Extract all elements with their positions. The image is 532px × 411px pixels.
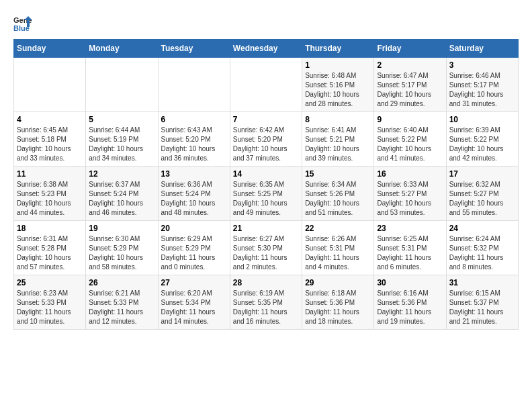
day-info: Sunrise: 6:33 AM Sunset: 5:27 PM Dayligh… [377, 180, 443, 218]
day-info: Sunrise: 6:48 AM Sunset: 5:16 PM Dayligh… [305, 71, 371, 109]
day-info: Sunrise: 6:39 AM Sunset: 5:22 PM Dayligh… [449, 126, 515, 163]
day-info: Sunrise: 6:26 AM Sunset: 5:31 PM Dayligh… [305, 234, 371, 272]
day-number: 29 [305, 278, 371, 287]
day-info: Sunrise: 6:32 AM Sunset: 5:27 PM Dayligh… [449, 180, 515, 218]
day-cell: 18Sunrise: 6:31 AM Sunset: 5:28 PM Dayli… [14, 221, 86, 275]
day-cell: 23Sunrise: 6:25 AM Sunset: 5:31 PM Dayli… [374, 221, 446, 275]
day-info: Sunrise: 6:35 AM Sunset: 5:25 PM Dayligh… [233, 180, 299, 218]
day-number: 9 [377, 115, 443, 124]
day-number: 26 [89, 278, 154, 287]
day-cell: 27Sunrise: 6:20 AM Sunset: 5:34 PM Dayli… [158, 275, 230, 330]
day-cell: 16Sunrise: 6:33 AM Sunset: 5:27 PM Dayli… [374, 167, 446, 221]
day-number: 4 [17, 115, 83, 124]
day-info: Sunrise: 6:18 AM Sunset: 5:36 PM Dayligh… [305, 289, 371, 326]
day-number: 27 [161, 278, 227, 287]
day-number: 31 [449, 278, 515, 287]
day-cell: 31Sunrise: 6:15 AM Sunset: 5:37 PM Dayli… [446, 275, 518, 330]
day-number: 23 [377, 224, 443, 233]
day-info: Sunrise: 6:19 AM Sunset: 5:35 PM Dayligh… [233, 289, 299, 326]
header-cell-wednesday: Wednesday [230, 40, 302, 58]
day-info: Sunrise: 6:16 AM Sunset: 5:36 PM Dayligh… [377, 289, 443, 326]
day-number: 24 [449, 224, 515, 233]
day-number: 10 [449, 115, 515, 124]
week-row-2: 4Sunrise: 6:45 AM Sunset: 5:18 PM Daylig… [14, 112, 519, 167]
week-row-5: 25Sunrise: 6:23 AM Sunset: 5:33 PM Dayli… [14, 275, 519, 330]
week-row-4: 18Sunrise: 6:31 AM Sunset: 5:28 PM Dayli… [14, 221, 519, 275]
day-number: 14 [233, 169, 299, 179]
day-info: Sunrise: 6:44 AM Sunset: 5:19 PM Dayligh… [89, 126, 154, 163]
day-cell: 2Sunrise: 6:47 AM Sunset: 5:17 PM Daylig… [374, 58, 446, 112]
day-cell: 24Sunrise: 6:24 AM Sunset: 5:32 PM Dayli… [446, 221, 518, 275]
day-info: Sunrise: 6:45 AM Sunset: 5:18 PM Dayligh… [17, 126, 83, 163]
day-info: Sunrise: 6:23 AM Sunset: 5:33 PM Dayligh… [17, 289, 83, 326]
day-cell [158, 58, 230, 112]
header-cell-thursday: Thursday [302, 40, 374, 58]
header-cell-sunday: Sunday [14, 40, 86, 58]
day-number: 2 [377, 60, 443, 70]
day-cell: 26Sunrise: 6:21 AM Sunset: 5:33 PM Dayli… [86, 275, 158, 330]
day-cell: 11Sunrise: 6:38 AM Sunset: 5:23 PM Dayli… [14, 167, 86, 221]
day-cell: 19Sunrise: 6:30 AM Sunset: 5:29 PM Dayli… [86, 221, 158, 275]
day-cell: 21Sunrise: 6:27 AM Sunset: 5:30 PM Dayli… [230, 221, 302, 275]
day-info: Sunrise: 6:20 AM Sunset: 5:34 PM Dayligh… [161, 289, 227, 326]
week-row-3: 11Sunrise: 6:38 AM Sunset: 5:23 PM Dayli… [14, 167, 519, 221]
day-cell: 3Sunrise: 6:46 AM Sunset: 5:17 PM Daylig… [446, 58, 518, 112]
day-number: 22 [305, 224, 371, 233]
day-info: Sunrise: 6:46 AM Sunset: 5:17 PM Dayligh… [449, 71, 515, 109]
logo: General Blue [13, 13, 32, 32]
day-cell: 6Sunrise: 6:43 AM Sunset: 5:20 PM Daylig… [158, 112, 230, 167]
day-cell: 29Sunrise: 6:18 AM Sunset: 5:36 PM Dayli… [302, 275, 374, 330]
day-info: Sunrise: 6:36 AM Sunset: 5:24 PM Dayligh… [161, 180, 227, 218]
day-info: Sunrise: 6:31 AM Sunset: 5:28 PM Dayligh… [17, 234, 83, 272]
page-header: General Blue [13, 13, 519, 32]
day-number: 8 [305, 115, 371, 124]
day-info: Sunrise: 6:25 AM Sunset: 5:31 PM Dayligh… [377, 234, 443, 272]
week-row-1: 1Sunrise: 6:48 AM Sunset: 5:16 PM Daylig… [14, 58, 519, 112]
day-cell: 9Sunrise: 6:40 AM Sunset: 5:22 PM Daylig… [374, 112, 446, 167]
day-number: 7 [233, 115, 299, 124]
day-number: 21 [233, 224, 299, 233]
logo-icon: General Blue [13, 13, 32, 32]
day-info: Sunrise: 6:40 AM Sunset: 5:22 PM Dayligh… [377, 126, 443, 163]
day-cell [14, 58, 86, 112]
day-cell: 1Sunrise: 6:48 AM Sunset: 5:16 PM Daylig… [302, 58, 374, 112]
day-cell: 4Sunrise: 6:45 AM Sunset: 5:18 PM Daylig… [14, 112, 86, 167]
day-number: 3 [449, 60, 515, 70]
day-number: 5 [89, 115, 154, 124]
day-cell: 12Sunrise: 6:37 AM Sunset: 5:24 PM Dayli… [86, 167, 158, 221]
day-number: 20 [161, 224, 227, 233]
day-cell: 15Sunrise: 6:34 AM Sunset: 5:26 PM Dayli… [302, 167, 374, 221]
day-cell: 7Sunrise: 6:42 AM Sunset: 5:20 PM Daylig… [230, 112, 302, 167]
day-number: 1 [305, 60, 371, 70]
day-info: Sunrise: 6:37 AM Sunset: 5:24 PM Dayligh… [89, 180, 154, 218]
day-number: 17 [449, 169, 515, 179]
day-cell: 10Sunrise: 6:39 AM Sunset: 5:22 PM Dayli… [446, 112, 518, 167]
day-number: 15 [305, 169, 371, 179]
header-cell-monday: Monday [86, 40, 158, 58]
day-info: Sunrise: 6:29 AM Sunset: 5:29 PM Dayligh… [161, 234, 227, 272]
day-info: Sunrise: 6:47 AM Sunset: 5:17 PM Dayligh… [377, 71, 443, 109]
day-cell: 17Sunrise: 6:32 AM Sunset: 5:27 PM Dayli… [446, 167, 518, 221]
day-number: 16 [377, 169, 443, 179]
day-info: Sunrise: 6:30 AM Sunset: 5:29 PM Dayligh… [89, 234, 154, 272]
day-info: Sunrise: 6:42 AM Sunset: 5:20 PM Dayligh… [233, 126, 299, 163]
day-number: 30 [377, 278, 443, 287]
day-info: Sunrise: 6:27 AM Sunset: 5:30 PM Dayligh… [233, 234, 299, 272]
header-cell-saturday: Saturday [446, 40, 518, 58]
day-info: Sunrise: 6:15 AM Sunset: 5:37 PM Dayligh… [449, 289, 515, 326]
day-cell: 20Sunrise: 6:29 AM Sunset: 5:29 PM Dayli… [158, 221, 230, 275]
calendar-table: SundayMondayTuesdayWednesdayThursdayFrid… [13, 39, 519, 330]
day-number: 11 [17, 169, 83, 179]
day-info: Sunrise: 6:21 AM Sunset: 5:33 PM Dayligh… [89, 289, 154, 326]
day-number: 18 [17, 224, 83, 233]
day-cell: 28Sunrise: 6:19 AM Sunset: 5:35 PM Dayli… [230, 275, 302, 330]
header-row: SundayMondayTuesdayWednesdayThursdayFrid… [14, 40, 519, 58]
day-cell: 8Sunrise: 6:41 AM Sunset: 5:21 PM Daylig… [302, 112, 374, 167]
day-info: Sunrise: 6:41 AM Sunset: 5:21 PM Dayligh… [305, 126, 371, 163]
day-info: Sunrise: 6:38 AM Sunset: 5:23 PM Dayligh… [17, 180, 83, 218]
header-cell-friday: Friday [374, 40, 446, 58]
day-cell [86, 58, 158, 112]
day-cell: 22Sunrise: 6:26 AM Sunset: 5:31 PM Dayli… [302, 221, 374, 275]
day-cell: 13Sunrise: 6:36 AM Sunset: 5:24 PM Dayli… [158, 167, 230, 221]
day-number: 13 [161, 169, 227, 179]
